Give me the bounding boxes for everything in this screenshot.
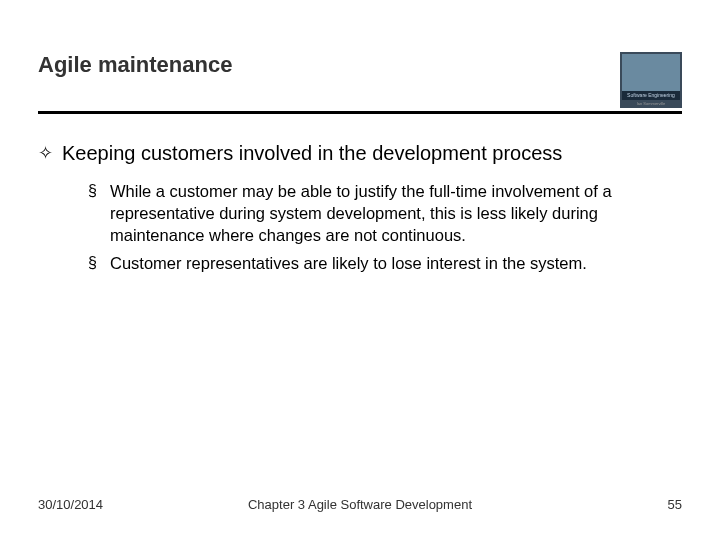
section-bullet-icon: §	[88, 252, 110, 274]
slide-footer: 30/10/2014 Chapter 3 Agile Software Deve…	[38, 497, 682, 512]
slide-title: Agile maintenance	[38, 52, 232, 78]
footer-page-number: 55	[668, 497, 682, 512]
diamond-bullet-icon: ✧	[38, 140, 62, 166]
sub-bullets: § While a customer may be able to justif…	[88, 180, 682, 274]
level2-text: While a customer may be able to justify …	[110, 180, 682, 246]
slide-body: ✧ Keeping customers involved in the deve…	[38, 140, 682, 280]
logo-image	[622, 54, 680, 91]
title-divider	[38, 111, 682, 114]
level1-text: Keeping customers involved in the develo…	[62, 140, 562, 166]
footer-chapter: Chapter 3 Agile Software Development	[38, 497, 682, 512]
bullet-level2: § Customer representatives are likely to…	[88, 252, 682, 274]
title-row: Agile maintenance Software Engineering I…	[38, 52, 682, 108]
slide: Agile maintenance Software Engineering I…	[0, 0, 720, 540]
section-bullet-icon: §	[88, 180, 110, 246]
bullet-level1: ✧ Keeping customers involved in the deve…	[38, 140, 682, 166]
logo-label: Software Engineering	[622, 91, 680, 100]
level2-text: Customer representatives are likely to l…	[110, 252, 587, 274]
bullet-level2: § While a customer may be able to justif…	[88, 180, 682, 246]
footer-date: 30/10/2014	[38, 497, 103, 512]
logo-author: Ian Sommerville	[637, 101, 666, 106]
book-cover-logo: Software Engineering Ian Sommerville	[620, 52, 682, 108]
